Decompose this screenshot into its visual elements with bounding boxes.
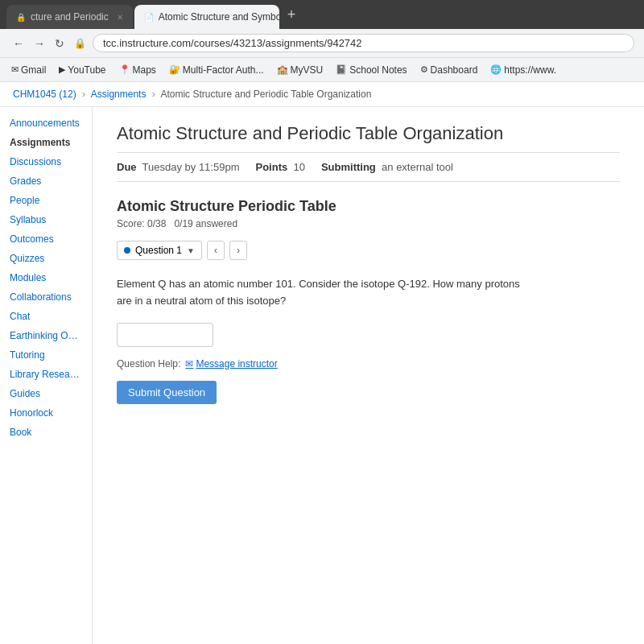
points-value: 10 bbox=[293, 161, 304, 173]
bookmarks-bar: ✉ Gmail ▶ YouTube 📍 Maps 🔐 Multi-Factor … bbox=[0, 58, 644, 82]
address-bar: ← → ↻ 🔒 bbox=[0, 29, 644, 58]
help-link-label: Message instructor bbox=[196, 358, 277, 369]
bookmark-multifactor-label: Multi-Factor Auth... bbox=[183, 64, 264, 76]
breadcrumb-page: Atomic Structure and Periodic Table Orga… bbox=[160, 89, 371, 100]
bookmark-dashboard[interactable]: ⚙ Dashboard bbox=[415, 63, 483, 77]
address-input[interactable] bbox=[93, 34, 634, 52]
tab1-icon: 🔒 bbox=[16, 13, 26, 22]
message-instructor-link[interactable]: ✉ Message instructor bbox=[185, 358, 277, 369]
maps-icon: 📍 bbox=[119, 64, 130, 75]
bookmark-schoolnotes-label: School Notes bbox=[349, 64, 407, 76]
prev-question-button[interactable]: ‹ bbox=[207, 241, 225, 260]
tab-bar: 🔒 cture and Periodic ✕ 📄 Atomic Structur… bbox=[0, 0, 644, 29]
main-content: Atomic Structure and Periodic Table Orga… bbox=[93, 107, 644, 644]
breadcrumb-course[interactable]: CHM1045 (12) bbox=[13, 89, 76, 100]
sidebar-item-outcomes[interactable]: Outcomes bbox=[0, 229, 92, 249]
sidebar-item-earthinking[interactable]: Earthinking Online bbox=[0, 326, 92, 345]
tab-1[interactable]: 🔒 cture and Periodic ✕ bbox=[6, 5, 133, 29]
sidebar-item-discussions[interactable]: Discussions bbox=[0, 152, 92, 171]
youtube-icon: ▶ bbox=[59, 64, 65, 75]
assignment-meta: Due Tuesday by 11:59pm Points 10 Submitt… bbox=[117, 152, 620, 182]
answer-input[interactable] bbox=[117, 323, 213, 347]
lock-icon: 🔒 bbox=[74, 38, 86, 49]
dashboard-icon: ⚙ bbox=[420, 64, 428, 75]
sidebar-item-chat[interactable]: Chat bbox=[0, 307, 92, 326]
points-label-text: Points 10 bbox=[256, 161, 305, 173]
question-select-label: Question 1 bbox=[135, 245, 182, 256]
sidebar-item-announcements[interactable]: Announcements bbox=[0, 114, 92, 133]
due-value: Tuesday by 11:59pm bbox=[142, 161, 240, 173]
bookmark-https-label: https://www. bbox=[504, 64, 556, 76]
sidebar-item-grades[interactable]: Grades bbox=[0, 171, 92, 191]
page-title: Atomic Structure and Periodic Table Orga… bbox=[117, 123, 620, 144]
bookmark-gmail[interactable]: ✉ Gmail bbox=[6, 63, 51, 77]
select-arrow-icon: ▼ bbox=[187, 246, 195, 255]
sidebar-item-syllabus[interactable]: Syllabus bbox=[0, 210, 92, 229]
bookmark-myvsu[interactable]: 🏫 MyVSU bbox=[272, 63, 328, 77]
reload-button[interactable]: ↻ bbox=[52, 35, 68, 52]
question-dot bbox=[124, 247, 130, 254]
gmail-icon: ✉ bbox=[11, 64, 19, 75]
bookmark-myvsu-label: MyVSU bbox=[291, 64, 324, 76]
multifactor-icon: 🔐 bbox=[169, 64, 180, 75]
back-button[interactable]: ← bbox=[10, 35, 27, 52]
sidebar-item-quizzes[interactable]: Quizzes bbox=[0, 249, 92, 268]
forward-button[interactable]: → bbox=[31, 35, 48, 52]
question-selector: Question 1 ▼ ‹ › bbox=[117, 241, 620, 260]
browser-window: 🔒 cture and Periodic ✕ 📄 Atomic Structur… bbox=[0, 0, 644, 644]
score-label: Score: bbox=[117, 218, 145, 229]
sidebar-item-tutoring[interactable]: Tutoring bbox=[0, 345, 92, 365]
sidebar-item-assignments[interactable]: Assignments bbox=[0, 133, 92, 152]
next-question-button[interactable]: › bbox=[229, 241, 247, 260]
question-body: Element Q has an atomic number 101. Cons… bbox=[117, 276, 535, 310]
points-label: Points bbox=[256, 161, 288, 173]
submitting-label: Submitting bbox=[321, 161, 376, 173]
myvsu-icon: 🏫 bbox=[277, 64, 288, 75]
bookmark-dashboard-label: Dashboard bbox=[431, 64, 478, 76]
bookmark-https[interactable]: 🌐 https://www. bbox=[485, 63, 561, 77]
tab2-icon: 📄 bbox=[144, 13, 154, 22]
bookmark-youtube[interactable]: ▶ YouTube bbox=[54, 63, 110, 77]
sidebar-item-collaborations[interactable]: Collaborations bbox=[0, 287, 92, 307]
score-value: 0/38 bbox=[147, 218, 166, 229]
tab1-label: cture and Periodic bbox=[31, 11, 109, 23]
due-label: Due bbox=[117, 161, 137, 173]
mail-icon: ✉ bbox=[185, 358, 193, 369]
sidebar-item-guides[interactable]: Guides bbox=[0, 384, 92, 403]
due-label-text: Due Tuesday by 11:59pm bbox=[117, 161, 240, 173]
tab1-close[interactable]: ✕ bbox=[117, 13, 123, 22]
page-layout: Announcements Assignments Discussions Gr… bbox=[0, 107, 644, 644]
quiz-score: Score: 0/38 0/19 answered bbox=[117, 218, 620, 229]
sidebar-item-library[interactable]: Library Research bbox=[0, 365, 92, 384]
breadcrumb-section[interactable]: Assignments bbox=[91, 89, 147, 100]
bookmark-maps-label: Maps bbox=[133, 64, 156, 76]
tab2-label: Atomic Structure and Symbolis bbox=[159, 11, 279, 23]
nav-controls: ← → ↻ bbox=[10, 35, 68, 52]
sidebar-item-honorlock[interactable]: Honorlock bbox=[0, 403, 92, 423]
submitting-value: an external tool bbox=[382, 161, 453, 173]
submit-question-button[interactable]: Submit Question bbox=[117, 381, 217, 404]
bookmark-multifactor[interactable]: 🔐 Multi-Factor Auth... bbox=[164, 63, 269, 77]
sidebar: Announcements Assignments Discussions Gr… bbox=[0, 107, 93, 644]
browser-content: CHM1045 (12) › Assignments › Atomic Stru… bbox=[0, 82, 644, 644]
sidebar-item-people[interactable]: People bbox=[0, 191, 92, 210]
submitting-label-text: Submitting an external tool bbox=[321, 161, 453, 173]
question-help: Question Help: ✉ Message instructor bbox=[117, 358, 620, 369]
quiz-title: Atomic Structure Periodic Table bbox=[117, 198, 620, 215]
bookmark-schoolnotes[interactable]: 📓 School Notes bbox=[331, 63, 411, 77]
breadcrumb-sep2: › bbox=[152, 89, 155, 100]
https-icon: 🌐 bbox=[490, 64, 502, 75]
sidebar-item-book[interactable]: Book bbox=[0, 423, 92, 442]
schoolnotes-icon: 📓 bbox=[336, 64, 347, 75]
bookmark-maps[interactable]: 📍 Maps bbox=[114, 63, 161, 77]
breadcrumb: CHM1045 (12) › Assignments › Atomic Stru… bbox=[0, 82, 644, 107]
sidebar-item-modules[interactable]: Modules bbox=[0, 268, 92, 287]
breadcrumb-sep1: › bbox=[82, 89, 85, 100]
new-tab-button[interactable]: + bbox=[281, 6, 303, 23]
bookmark-youtube-label: YouTube bbox=[68, 64, 105, 76]
answered: 0/19 answered bbox=[174, 218, 237, 229]
question-select-dropdown[interactable]: Question 1 ▼ bbox=[117, 241, 202, 260]
bookmark-gmail-label: Gmail bbox=[21, 64, 46, 76]
help-label: Question Help: bbox=[117, 358, 180, 369]
tab-2[interactable]: 📄 Atomic Structure and Symbolis ✕ bbox=[134, 5, 279, 29]
